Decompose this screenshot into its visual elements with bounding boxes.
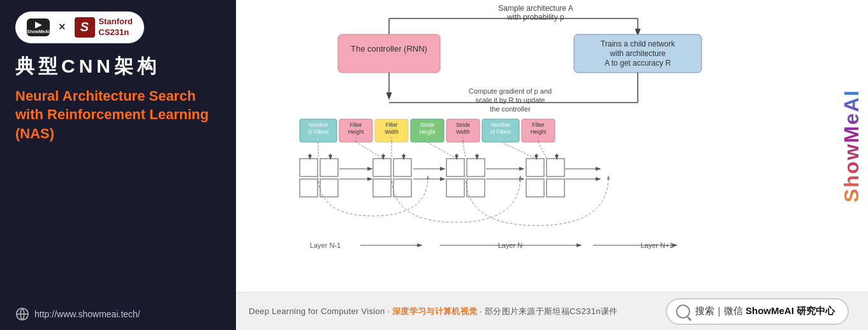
search-prefix: 搜索｜微信	[695, 305, 746, 316]
nas-diagram-svg: Sample architecture A with probability p…	[261, 0, 810, 254]
svg-line-87	[427, 142, 457, 159]
bottom-text-part3: · 部分图片来源于斯坦福CS231n课件	[477, 306, 617, 316]
svg-rect-64	[446, 159, 464, 176]
diagram-area: ShowMeAI Sample architecture A with prob…	[236, 0, 868, 292]
url-row: http://www.showmeai.tech/	[15, 307, 221, 321]
svg-text:Stride: Stride	[420, 122, 434, 128]
svg-rect-66	[446, 179, 464, 197]
svg-line-90	[538, 142, 547, 159]
svg-text:Height: Height	[419, 129, 435, 135]
svg-rect-73	[547, 179, 564, 197]
svg-rect-71	[547, 159, 564, 176]
right-panel: ShowMeAI Sample architecture A with prob…	[236, 0, 868, 330]
svg-text:with probability p: with probability p	[506, 13, 564, 22]
svg-rect-72	[526, 179, 544, 197]
watermark: ShowMeAI	[835, 0, 868, 292]
svg-line-89	[501, 142, 536, 159]
left-panel: ▶ ShowMeAI × S Stanford CS231n 典型CNN架构 N…	[0, 0, 236, 330]
svg-text:Number: Number	[490, 122, 510, 128]
svg-line-88	[463, 142, 466, 159]
svg-rect-60	[373, 179, 391, 197]
svg-text:Width: Width	[385, 129, 399, 135]
svg-text:;: ;	[355, 136, 356, 142]
svg-text:;: ;	[499, 136, 501, 142]
svg-rect-52	[300, 159, 318, 176]
watermark-text: ShowMeAI	[840, 89, 864, 203]
svg-rect-61	[394, 179, 411, 197]
svg-text:A to get accuracy R: A to get accuracy R	[604, 59, 670, 68]
logo-bar: ▶ ShowMeAI × S Stanford CS231n	[15, 11, 144, 43]
svg-text:Height: Height	[530, 129, 546, 135]
bottom-text: Deep Learning for Computer Vision · 深度学习…	[249, 306, 617, 317]
svg-text:Width: Width	[456, 129, 470, 135]
bottom-text-part1: Deep Learning for Computer Vision ·	[249, 306, 392, 316]
svg-text:with architecture: with architecture	[609, 49, 666, 58]
svg-text:the controller: the controller	[490, 105, 531, 113]
logo-x-separator: ×	[59, 20, 66, 34]
svg-text:;: ;	[462, 136, 463, 142]
svg-rect-67	[467, 179, 485, 197]
svg-text:Trains a child network: Trains a child network	[600, 39, 675, 48]
search-label: 搜索｜微信 ShowMeAI 研究中心	[695, 305, 835, 317]
search-label-bold: ShowMeAI 研究中心	[746, 305, 835, 316]
svg-rect-54	[300, 179, 318, 197]
svg-rect-6	[338, 34, 440, 73]
svg-text:;: ;	[317, 136, 318, 142]
svg-text:Compute gradient of p and: Compute gradient of p and	[468, 87, 551, 95]
svg-line-85	[356, 142, 383, 159]
search-badge[interactable]: 搜索｜微信 ShowMeAI 研究中心	[666, 298, 849, 325]
title-chinese: 典型CNN架构	[15, 55, 221, 78]
svg-text:of Filters: of Filters	[307, 129, 328, 135]
svg-text:Layer N-1: Layer N-1	[309, 241, 340, 249]
svg-text:Height: Height	[348, 129, 364, 135]
diagram-container: Sample architecture A with probability p…	[236, 0, 835, 254]
search-icon	[676, 305, 690, 319]
svg-rect-53	[320, 159, 338, 176]
title-english: Neural Architecture Search with Reinforc…	[15, 87, 221, 143]
svg-text:of Filters: of Filters	[490, 129, 511, 135]
svg-text:;: ;	[537, 136, 538, 142]
svg-text:;: ;	[426, 136, 427, 142]
svg-rect-59	[394, 159, 411, 176]
showmeai-icon: ▶ ShowMeAI	[27, 18, 50, 36]
svg-text:Number: Number	[308, 122, 327, 128]
svg-text:Filter: Filter	[532, 122, 544, 128]
url-text: http://www.showmeai.tech/	[34, 309, 140, 319]
stanford-logo: S Stanford CS231n	[75, 17, 133, 38]
svg-rect-58	[373, 159, 391, 176]
bottom-text-part2: 深度学习与计算机视觉	[392, 306, 477, 316]
svg-text:Filter: Filter	[385, 122, 397, 128]
svg-text:Sample architecture A: Sample architecture A	[498, 4, 573, 13]
showmeai-logo: ▶ ShowMeAI	[27, 18, 50, 36]
svg-rect-55	[320, 179, 338, 197]
svg-text:;: ;	[390, 136, 392, 142]
svg-rect-70	[526, 159, 544, 176]
svg-text:The controller (RNN): The controller (RNN)	[351, 44, 427, 54]
url-icon	[15, 307, 29, 321]
svg-rect-65	[467, 159, 485, 176]
svg-text:Filter: Filter	[349, 122, 362, 128]
svg-text:Stride: Stride	[455, 122, 469, 128]
stanford-s-icon: S	[75, 17, 95, 38]
bottom-bar: Deep Learning for Computer Vision · 深度学习…	[236, 292, 868, 330]
stanford-text: Stanford CS231n	[99, 17, 133, 38]
